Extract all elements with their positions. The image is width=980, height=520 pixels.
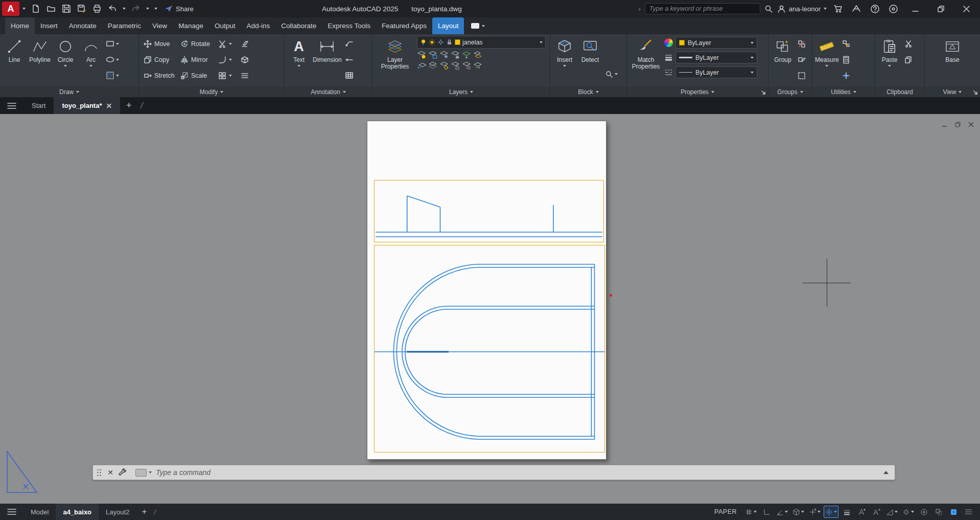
keyword-searchbox[interactable] [645,3,760,14]
match-properties-button[interactable]: Match Properties [629,36,662,85]
ribbon-tab-home[interactable]: Home [5,17,35,34]
panel-label-draw[interactable]: Draw [0,86,138,97]
layer-unlock-button[interactable] [451,61,460,70]
qat-menu-caret-icon[interactable] [152,2,159,15]
chevron-right-icon[interactable]: › [639,5,641,13]
command-history-toggle-icon[interactable] [883,471,889,474]
circle-button[interactable]: Circle [54,36,77,85]
group-selection-button[interactable] [797,67,807,83]
ribbon-tab-express-tools[interactable]: Express Tools [322,17,376,34]
command-line-customize-icon[interactable] [116,468,129,477]
workspace-gear-icon[interactable] [901,506,916,518]
annotation-visibility-icon[interactable] [855,506,868,518]
autotrack-icon[interactable] [807,506,822,518]
redo-icon[interactable] [129,2,143,15]
help-icon[interactable] [868,2,882,15]
undo-icon[interactable] [105,2,120,15]
copy-button[interactable]: Copy [142,52,178,67]
redo-caret-icon[interactable] [144,2,151,15]
fillet-button[interactable] [216,52,239,67]
search-icon[interactable] [764,5,773,13]
save-as-icon[interactable] [75,2,89,15]
measure-button[interactable]: Measure [815,36,839,85]
group-edit-button[interactable] [797,52,807,67]
search-input[interactable] [649,5,756,12]
ellipse-button[interactable] [105,52,120,67]
restore-button[interactable] [930,0,951,17]
panel-label-annotation[interactable]: Annotation [285,86,372,97]
file-tab-close-icon[interactable]: ✕ [106,102,112,109]
erase-button[interactable] [239,36,254,51]
paper-space-toggle[interactable]: PAPER [714,508,737,515]
layout-paper[interactable] [367,121,606,460]
ribbon-tab-parametric[interactable]: Parametric [102,17,147,34]
cart-icon[interactable] [831,2,845,15]
command-line-grip[interactable] [97,468,102,477]
app-menu-caret-icon[interactable] [20,2,28,15]
stretch-button[interactable]: Stretch [142,68,178,83]
layer-dropdown[interactable]: janelas [417,36,546,49]
table-button[interactable] [344,67,355,83]
assistant-icon[interactable] [886,2,900,15]
ungroup-button[interactable] [797,36,807,52]
panel-label-groups[interactable]: Groups [768,86,812,97]
share-button[interactable]: Share [160,5,198,13]
offset-button[interactable] [239,68,254,83]
linetype-dropdown[interactable]: ByLayer [675,66,757,78]
mirror-button[interactable]: Mirror [178,52,216,67]
panel-label-view[interactable]: View [925,86,980,97]
lineweight-display-icon[interactable] [840,506,853,518]
rectangle-button[interactable] [105,36,120,52]
ribbon-tab-addins[interactable]: Add-ins [241,17,275,34]
new-drawing-tab-button[interactable]: + [120,97,137,114]
autocad-logo-button[interactable]: A [2,2,19,16]
ribbon-tab-featured-apps[interactable]: Featured Apps [376,17,432,34]
drawing-area[interactable]: ✕ [0,114,980,504]
layer-isolate-button[interactable] [428,50,437,59]
move-button[interactable]: Move [142,36,178,51]
ribbon-display-toggle[interactable] [471,17,485,34]
layer-off-button[interactable] [417,50,426,59]
layer-thaw-button[interactable] [439,61,449,70]
layout-tabs-menu-icon[interactable] [0,508,24,515]
ortho-icon[interactable] [760,506,773,518]
undo-caret-icon[interactable] [121,2,128,15]
hatch-button[interactable] [105,67,120,83]
dwg-close-icon[interactable] [966,120,976,128]
signed-in-user[interactable]: ana-leonor [777,5,827,13]
arc-button[interactable]: Arc [79,36,103,85]
lineweight-dropdown[interactable]: ByLayer [675,52,757,63]
base-button[interactable]: Base [941,36,964,85]
model-tab[interactable]: Model [24,504,56,520]
scale-button[interactable]: Scale [178,68,216,83]
detect-button[interactable]: Detect [578,36,602,85]
new-layout-button[interactable]: + [136,507,152,517]
layout-tab-a4-baixo[interactable]: a4_baixo [56,504,99,520]
leader-button[interactable] [344,52,355,67]
polyline-button[interactable]: Polyline [28,36,52,85]
save-icon[interactable] [59,2,74,15]
minimize-button[interactable] [904,0,926,17]
layer-merge-button[interactable] [473,61,482,70]
paste-button[interactable]: Paste [878,36,901,85]
plot-icon[interactable] [90,2,104,15]
file-tab-start[interactable]: Start [24,97,54,114]
multileader-button[interactable] [344,36,355,52]
object-color-dropdown[interactable]: ByLayer [675,37,757,49]
close-button[interactable] [955,0,977,17]
snap-mode-icon[interactable] [743,506,758,518]
ribbon-tab-insert[interactable]: Insert [35,17,63,34]
layer-previous-button[interactable] [417,61,426,70]
ribbon-tab-collaborate[interactable]: Collaborate [275,17,322,34]
ribbon-tab-layout[interactable]: Layout [432,17,464,34]
quick-calculator-button[interactable] [841,52,851,67]
panel-label-layers[interactable]: Layers [372,86,550,97]
insert-button[interactable]: Insert [553,36,576,85]
dwg-restore-icon[interactable] [952,120,963,128]
ribbon-tab-output[interactable]: Output [209,17,241,34]
command-line-close-icon[interactable]: ✕ [105,468,116,477]
id-point-button[interactable] [841,67,851,83]
viewport-plan[interactable] [374,245,605,453]
cut-button[interactable] [903,36,914,52]
command-line[interactable]: ✕ [92,465,895,480]
